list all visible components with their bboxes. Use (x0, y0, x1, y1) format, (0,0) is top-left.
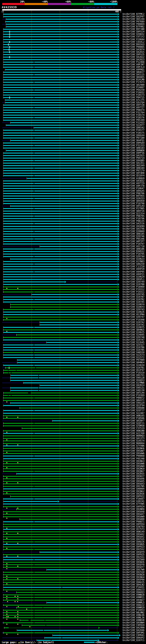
hit-label[interactable]: UniRef100_Q106Z3 (123, 258, 145, 260)
hit-label[interactable]: UniRef100_Q9SDY7 (123, 566, 145, 568)
hit-label[interactable]: UniRef100_P26575 (123, 132, 145, 134)
hit-label[interactable]: UniRef100_Q9SDY9 (123, 551, 145, 553)
hit-label[interactable]: UniRef100_Q106Z4 (123, 276, 145, 278)
hit-label[interactable]: UniRef100_Q08185 (123, 232, 145, 235)
hit-label[interactable]: UniRef100_Q2V327 (123, 344, 145, 346)
hit-label[interactable]: UniRef100_B9T1N0 (123, 28, 145, 30)
hit-label[interactable]: UniRef100_Q9FRZ2 (123, 495, 145, 498)
hit-label[interactable]: UniRef100_P22433 (123, 121, 145, 124)
hit-label[interactable]: UniRef100_P10053 (123, 609, 145, 611)
hit-label[interactable]: UniRef100_Q5ZF94 (123, 404, 145, 407)
hit-label[interactable]: UniRef100_P08474 (123, 109, 145, 111)
hit-label[interactable]: UniRef100_A9PJN7 (123, 63, 145, 66)
hit-label[interactable]: UniRef100_A9NKU8 (123, 619, 145, 622)
hit-label[interactable]: UniRef100_Q96542 (123, 126, 145, 129)
hit-label[interactable]: UniRef100_Q107B1 (123, 366, 145, 369)
hit-label[interactable]: UniRef100_O65349 (123, 164, 145, 167)
hit-label[interactable]: UniRef100_Q9SAW6 (123, 452, 145, 454)
hit-label[interactable]: UniRef100_P00865 (123, 46, 145, 48)
hit-label[interactable]: UniRef100_Q9ZSS1 (123, 556, 145, 558)
hit-label[interactable]: UniRef100_Q9XGX4 (123, 134, 145, 136)
hit-label[interactable]: UniRef100_A9YTZ7 (123, 106, 145, 109)
hit-label[interactable]: UniRef100_Q42516 (123, 222, 145, 225)
hit-label[interactable]: UniRef100_B6RHQ4 (123, 442, 145, 444)
hit-label[interactable]: UniRef100_Q9FRZ5 (123, 553, 145, 556)
hit-label[interactable]: UniRef100_A6N149 (123, 530, 145, 533)
hit-label[interactable]: UniRef100_A9PJL4 (123, 66, 145, 68)
hit-label[interactable]: UniRef100_A7YVW5 (123, 502, 145, 505)
hit-label[interactable]: UniRef100_Q9SAW8 (123, 462, 145, 465)
hit-label[interactable]: UniRef100_Q9AUJ2 (123, 604, 145, 606)
hit-label[interactable]: UniRef100_P04714 (123, 157, 145, 159)
hit-label[interactable]: UniRef100_P19310 (123, 372, 145, 374)
hit-label[interactable]: UniRef100_Q39743 (123, 308, 145, 311)
hit-label[interactable]: UniRef100_Q8VX71 (123, 399, 145, 402)
hit-label[interactable]: UniRef100_O48550 (123, 351, 145, 354)
hit-label[interactable]: UniRef100_A9XP95 (123, 270, 145, 273)
hit-label[interactable]: UniRef100_Q107A7 (123, 338, 145, 341)
hit-label[interactable]: UniRef100_Q9FXM1 (123, 632, 145, 634)
hit-label[interactable]: UniRef100_Q306K0 (123, 230, 145, 232)
hit-label[interactable]: UniRef100_B9T055 (123, 195, 145, 197)
hit-label[interactable]: UniRef100_A9PG69 (123, 142, 145, 144)
hit-label[interactable]: UniRef100_A1YN03 (123, 260, 145, 263)
hit-label[interactable]: UniRef100_Q106Y4 (123, 303, 145, 306)
hit-label[interactable]: UniRef100_Q42046 (123, 629, 145, 632)
hit-label[interactable]: UniRef100_O49129 (123, 402, 145, 404)
hit-label[interactable]: UniRef100_P26574 (123, 114, 145, 116)
hit-label[interactable]: UniRef100_B7FMC2 (123, 13, 145, 15)
hit-label[interactable]: UniRef100_Q40250 (123, 263, 145, 265)
hit-label[interactable]: UniRef100_P19312 (123, 288, 145, 290)
hit-label[interactable]: UniRef100_A9YTZ9 (123, 182, 145, 184)
hit-label[interactable]: UniRef100_O24574 (123, 440, 145, 442)
hit-label[interactable]: UniRef100_A9NNZ8 (123, 594, 145, 596)
hit-label[interactable]: UniRef100_Q9SAX5 (123, 480, 145, 482)
hit-label[interactable]: UniRef100_A7YVW6 (123, 444, 145, 447)
hit-label[interactable]: UniRef100_O22572 (123, 356, 145, 359)
hit-label[interactable]: UniRef100_Q107A1 (123, 324, 145, 326)
hit-label[interactable]: UniRef100_Q9ZSK0 (123, 558, 145, 561)
hit-label[interactable]: UniRef100_Q107B2 (123, 298, 145, 301)
hit-label[interactable]: UniRef100_Q106Z6 (123, 311, 145, 313)
hit-label[interactable]: UniRef100_Q9SDY8 (123, 563, 145, 566)
hit-label[interactable]: UniRef100_P27985 (123, 207, 145, 210)
hit-label[interactable]: UniRef100_Q9TLH3 (123, 205, 145, 207)
hit-label[interactable]: UniRef100_C0PQS9 (123, 624, 145, 626)
hit-label[interactable]: UniRef100_Q9TLH4 (123, 392, 145, 394)
hit-label[interactable]: UniRef100_P00868 (123, 454, 145, 457)
hit-label[interactable]: UniRef100_A7LIT5 (123, 99, 145, 101)
hit-label[interactable]: UniRef100_Q9ZWG3 (123, 460, 145, 462)
hit-label[interactable]: UniRef100_Q107C1 (123, 639, 145, 642)
hit-label[interactable]: UniRef100_B9S5G3 (123, 43, 145, 46)
hit-label[interactable]: UniRef100_Q9T4H0 (123, 172, 145, 174)
hit-label[interactable]: UniRef100_A9PFS6 (123, 152, 145, 154)
hit-label[interactable]: UniRef100_Q107B6 (123, 346, 145, 348)
hit-label[interactable]: UniRef100_B6RHQ3 (123, 434, 145, 437)
hit-label[interactable]: UniRef100_Q106Z5 (123, 331, 145, 334)
hit-label[interactable]: UniRef100_P04715 (123, 96, 145, 99)
hit-label[interactable]: UniRef100_Q43874 (123, 48, 145, 51)
hit-label[interactable]: UniRef100_Q39747 (123, 316, 145, 318)
hit-label[interactable]: UniRef100_P19311 (123, 290, 145, 293)
hit-label[interactable]: UniRef100_Q39744 (123, 255, 145, 258)
hit-label[interactable]: UniRef100_Q9ZSS5 (123, 538, 145, 540)
hit-label[interactable]: UniRef100_P05348 (123, 457, 145, 460)
hit-label[interactable]: UniRef100_Q9SNW4 (123, 622, 145, 624)
hit-label[interactable]: UniRef100_Q9SAX2 (123, 533, 145, 536)
hit-label[interactable]: UniRef100_Q9ZWG4 (123, 576, 145, 578)
hit-label[interactable]: UniRef100_Q9FRZ3 (123, 546, 145, 548)
hit-label[interactable]: UniRef100_A9YTZ8 (123, 104, 145, 106)
hit-label[interactable]: UniRef100_Q3LFQ4 (123, 101, 145, 104)
hit-label[interactable]: UniRef100_A9XP21 (123, 273, 145, 276)
hit-label[interactable]: UniRef100_P17673 (123, 81, 145, 84)
hit-label[interactable]: UniRef100_Q2QTJ7 (123, 409, 145, 412)
hit-label[interactable]: UniRef100_Q42900 (123, 626, 145, 629)
hit-label[interactable]: UniRef100_Q38793 (123, 526, 145, 528)
hit-label[interactable]: UniRef100_Q84LN2 (123, 584, 145, 586)
hit-label[interactable]: UniRef100_O49131 (123, 386, 145, 389)
hit-label[interactable]: UniRef100_A6N1N8 (123, 430, 145, 432)
hit-label[interactable]: UniRef100_Q02980 (123, 84, 145, 86)
hit-label[interactable]: UniRef100_A9NM29 (123, 606, 145, 609)
hit-label[interactable]: UniRef100_P26576 (123, 116, 145, 119)
hit-label[interactable]: UniRef100_Q39749 (123, 280, 145, 283)
